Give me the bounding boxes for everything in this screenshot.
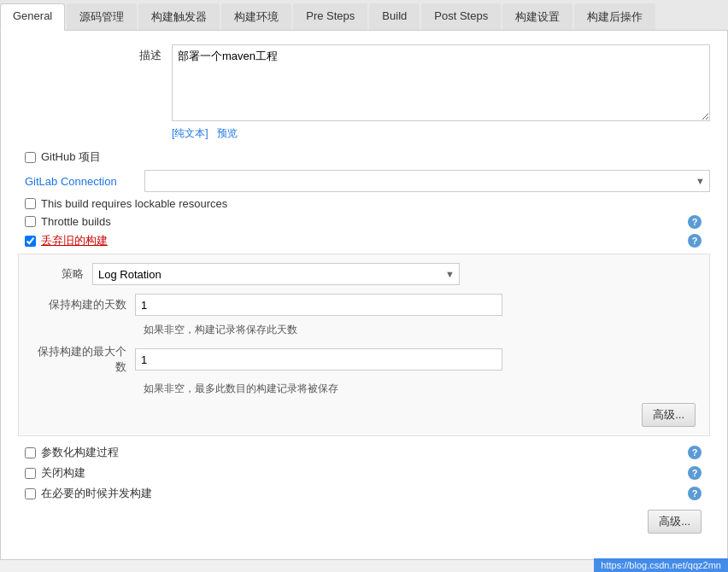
days-input[interactable] <box>135 294 502 316</box>
bottom-section: 参数化构建过程 ? 关闭构建 ? 在必要的时候并发构建 ? 高级... <box>18 445 710 534</box>
concurrent-label[interactable]: 在必要的时候并发构建 <box>41 486 152 501</box>
shutdown-checkbox[interactable] <box>25 468 36 479</box>
tab-source[interactable]: 源码管理 <box>67 3 137 30</box>
main-content: 描述 [纯文本] 预览 GitHub 项目 GitLab Connection <box>0 31 728 560</box>
tab-trigger[interactable]: 构建触发器 <box>138 3 220 30</box>
param-label[interactable]: 参数化构建过程 <box>41 445 119 460</box>
description-row: 描述 [纯文本] 预览 <box>18 44 710 141</box>
tab-env[interactable]: 构建环境 <box>221 3 291 30</box>
max-row: 保持构建的最大个数 <box>32 344 696 375</box>
status-bar: https://blog.csdn.net/qqz2mn <box>594 558 728 572</box>
tab-poststeps[interactable]: Post Steps <box>421 3 501 30</box>
discard-checkbox[interactable] <box>25 236 36 247</box>
strategy-label: 策略 <box>32 266 92 282</box>
throttle-label[interactable]: Throttle builds <box>41 215 111 228</box>
advanced-btn-row: 高级... <box>32 403 696 427</box>
param-row: 参数化构建过程 ? <box>18 445 710 460</box>
discard-checkbox-row: 丢弃旧的构建 ? <box>18 233 710 248</box>
shutdown-help-icon[interactable]: ? <box>688 466 702 480</box>
description-textarea[interactable] <box>172 44 710 121</box>
gitlab-label: GitLab Connection <box>25 175 144 188</box>
lockable-label[interactable]: This build requires lockable resources <box>41 197 227 210</box>
preview-link[interactable]: 预览 <box>217 127 238 139</box>
max-label: 保持构建的最大个数 <box>32 344 135 375</box>
days-input-wrapper <box>135 294 502 316</box>
strategy-select-wrapper: Log Rotation ▼ <box>92 263 460 285</box>
param-checkbox[interactable] <box>25 447 36 458</box>
github-row: GitHub 项目 <box>18 149 710 165</box>
tab-presteps[interactable]: Pre Steps <box>293 3 367 30</box>
plain-text-link[interactable]: [纯文本] <box>172 127 208 139</box>
strategy-select[interactable]: Log Rotation <box>92 263 460 285</box>
gitlab-row: GitLab Connection ▼ <box>18 170 710 192</box>
max-hint: 如果非空，最多此数目的构建记录将被保存 <box>32 382 696 396</box>
days-label: 保持构建的天数 <box>32 297 135 312</box>
param-help-icon[interactable]: ? <box>688 446 702 459</box>
lockable-checkbox[interactable] <box>25 198 36 209</box>
tab-settings[interactable]: 构建设置 <box>502 3 572 30</box>
discard-label[interactable]: 丢弃旧的构建 <box>41 233 108 248</box>
throttle-help-icon[interactable]: ? <box>688 215 702 229</box>
shutdown-row: 关闭构建 ? <box>18 465 710 481</box>
tab-general[interactable]: General <box>0 3 65 31</box>
concurrent-help-icon[interactable]: ? <box>688 487 702 500</box>
bottom-advanced-row: 高级... <box>18 510 710 534</box>
textarea-links: [纯文本] 预览 <box>172 126 710 141</box>
page-container: General 源码管理 构建触发器 构建环境 Pre Steps Build … <box>0 0 728 572</box>
days-hint: 如果非空，构建记录将保存此天数 <box>32 323 696 337</box>
days-row: 保持构建的天数 <box>32 294 696 316</box>
discard-advanced-button[interactable]: 高级... <box>642 403 696 427</box>
bottom-advanced-button[interactable]: 高级... <box>648 510 702 534</box>
throttle-row: Throttle builds ? <box>18 215 710 228</box>
shutdown-label[interactable]: 关闭构建 <box>41 465 85 481</box>
lockable-row: This build requires lockable resources <box>18 197 710 210</box>
concurrent-row: 在必要的时候并发构建 ? <box>18 486 710 501</box>
discard-help-icon[interactable]: ? <box>688 234 702 248</box>
description-label: 描述 <box>18 44 172 63</box>
description-control: [纯文本] 预览 <box>172 44 710 141</box>
tab-bar: General 源码管理 构建触发器 构建环境 Pre Steps Build … <box>0 0 728 31</box>
github-label[interactable]: GitHub 项目 <box>41 149 101 165</box>
max-input[interactable] <box>135 348 502 371</box>
tab-build[interactable]: Build <box>369 3 420 30</box>
throttle-checkbox[interactable] <box>25 216 36 227</box>
gitlab-select[interactable] <box>144 170 710 192</box>
github-checkbox[interactable] <box>25 152 36 163</box>
concurrent-checkbox[interactable] <box>25 488 36 499</box>
discard-section: 策略 Log Rotation ▼ 保持构建的天数 如果非空，构建记录将 <box>18 254 710 436</box>
tab-postbuild[interactable]: 构建后操作 <box>574 3 655 30</box>
gitlab-select-wrapper: ▼ <box>144 170 710 192</box>
strategy-row: 策略 Log Rotation ▼ <box>32 263 696 285</box>
max-input-wrapper <box>135 348 502 371</box>
